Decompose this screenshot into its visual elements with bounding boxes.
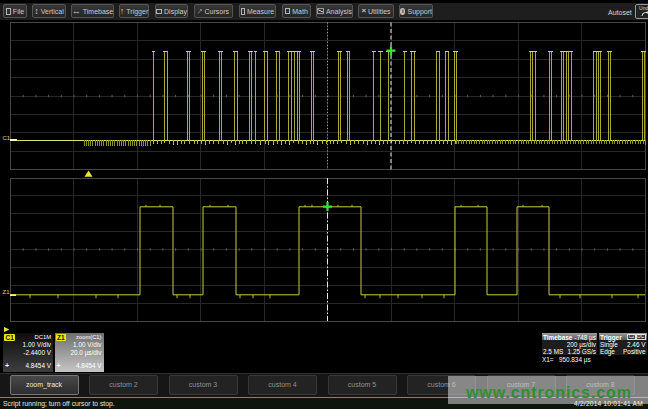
svg-text:C1: C1 — [3, 135, 11, 141]
svg-text:Z1: Z1 — [3, 289, 11, 295]
